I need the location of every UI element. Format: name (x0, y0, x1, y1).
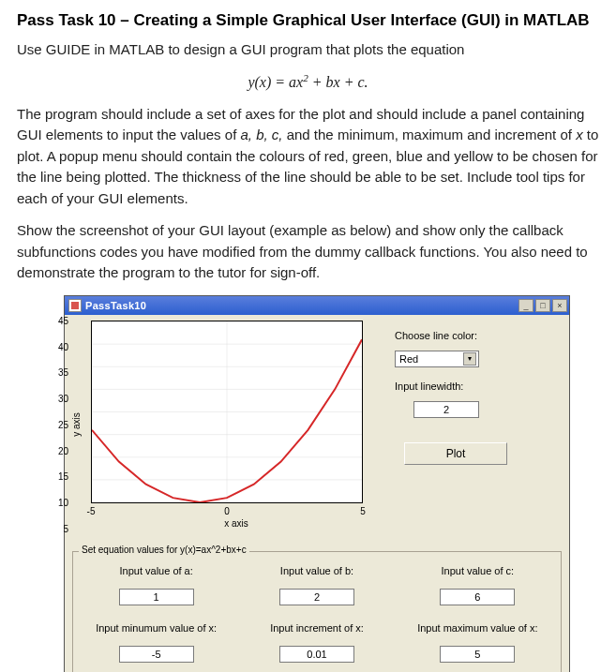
plot-button[interactable]: Plot (404, 442, 507, 465)
close-button[interactable]: × (552, 299, 567, 312)
requirements-paragraph: The program should include a set of axes… (17, 104, 599, 210)
plot-svg (92, 321, 362, 502)
c-input[interactable]: 6 (440, 589, 515, 605)
plot-area: y axis (72, 321, 382, 529)
app-icon (68, 299, 82, 312)
xinc-input[interactable]: 0.01 (279, 646, 354, 663)
x-ticks: -5 0 5 (91, 506, 382, 519)
task-heading: Pass Task 10 – Creating a Simple Graphic… (17, 11, 599, 30)
window-title: PassTask10 (85, 300, 518, 311)
b-input[interactable]: 2 (279, 589, 354, 605)
xmax-label: Input maximum value of x: (406, 622, 549, 635)
xmin-input[interactable]: -5 (119, 646, 194, 663)
linewidth-input[interactable]: 2 (413, 401, 479, 418)
minimize-button[interactable]: _ (518, 299, 533, 312)
x-axis-label: x axis (91, 518, 382, 529)
a-label: Input value of a: (84, 565, 228, 577)
xmin-label: Input minumum value of x: (84, 622, 228, 635)
color-dropdown[interactable]: Red ▾ (395, 351, 479, 367)
equation-values-panel: Set equation values for y(x)=ax^2+bx+c I… (72, 551, 562, 672)
color-label: Choose line color: (395, 330, 562, 341)
a-input[interactable]: 1 (119, 589, 194, 605)
c-label: Input value of c: (406, 565, 549, 577)
maximize-button[interactable]: □ (535, 299, 550, 312)
xmax-input[interactable]: 5 (440, 646, 515, 663)
gui-window: PassTask10 _ □ × y axis (64, 295, 570, 672)
intro-paragraph: Use GUIDE in MATLAB to design a GUI prog… (17, 39, 599, 61)
b-label: Input value of b: (245, 565, 388, 577)
equation: y(x) = ax2 + bx + c. (17, 72, 599, 91)
deliverables-paragraph: Show the screenshot of your GUI layout (… (17, 220, 599, 284)
chevron-down-icon: ▾ (463, 352, 476, 366)
panel-title: Set equation values for y(x)=ax^2+bx+c (79, 545, 249, 555)
plot-axes (91, 321, 363, 503)
y-ticks: 45 40 35 30 25 20 15 10 5 (70, 321, 91, 529)
color-value: Red (399, 353, 463, 365)
window-titlebar: PassTask10 _ □ × (65, 296, 569, 315)
linewidth-label: Input linewidth: (395, 381, 562, 392)
xinc-label: Input increment of x: (245, 622, 388, 635)
